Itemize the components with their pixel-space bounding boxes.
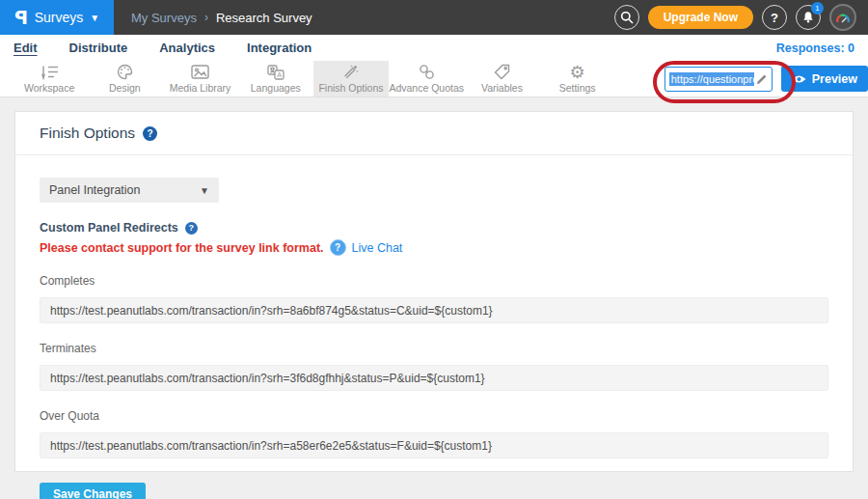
toolbar-item-advance-quotas[interactable]: Advance Quotas	[389, 61, 464, 97]
toolbar-item-variables[interactable]: Variables	[464, 61, 539, 97]
help-button[interactable]: ?	[762, 5, 787, 30]
survey-url-input[interactable]: https://questionpro.com/t/A	[665, 67, 773, 92]
question-mark-icon: ?	[771, 11, 778, 25]
search-icon	[620, 11, 634, 24]
completes-url-input[interactable]	[40, 297, 828, 323]
toolbar-item-workspace[interactable]: Workspace	[12, 61, 87, 97]
chevron-down-icon: ▼	[200, 185, 209, 196]
edit-pencil-icon[interactable]	[756, 73, 768, 85]
magic-wand-icon	[342, 64, 359, 80]
page-title: Finish Options	[40, 125, 135, 142]
breadcrumb: My Surveys › Research Survey	[131, 0, 312, 35]
completes-field-group: Completes	[40, 274, 828, 323]
completes-label: Completes	[40, 274, 828, 288]
notifications-button[interactable]: 1	[796, 5, 821, 30]
topbar-actions: Upgrade Now ? 1	[614, 0, 868, 35]
save-changes-button[interactable]: Save Changes	[40, 483, 146, 499]
eye-icon	[792, 74, 806, 84]
survey-nav: Edit Distribute Analytics Integration Re…	[0, 35, 868, 61]
gauge-avatar-icon	[835, 12, 851, 24]
toolbar-item-finish-options[interactable]: Finish Options	[313, 61, 389, 97]
workspace-icon	[40, 64, 59, 80]
nav-tab-integration[interactable]: Integration	[247, 41, 312, 55]
card-body: Panel Integration ▼ Custom Panel Redirec…	[15, 155, 853, 499]
toolbar-item-languages[interactable]: A Languages	[238, 61, 313, 97]
warning-text: Please contact support for the survey li…	[40, 241, 324, 255]
toolbar-item-design[interactable]: Design	[87, 61, 162, 97]
finish-options-card: Finish Options ? Panel Integration ▼ Cus…	[14, 111, 854, 472]
over-quota-field-group: Over Quota	[40, 409, 828, 458]
nav-tab-edit[interactable]: Edit	[14, 41, 38, 55]
toolbar-item-settings[interactable]: ⚙ Settings	[540, 61, 615, 97]
breadcrumb-my-surveys[interactable]: My Surveys	[131, 11, 197, 25]
live-chat-link[interactable]: Live Chat	[352, 241, 403, 255]
custom-panel-redirects-row: Custom Panel Redirects ?	[40, 221, 828, 235]
tag-icon	[494, 64, 510, 80]
toolbar-item-media-library[interactable]: Media Library	[162, 61, 237, 97]
terminates-field-group: Terminates	[40, 342, 828, 391]
svg-text:A: A	[277, 71, 282, 78]
terminates-label: Terminates	[40, 342, 828, 355]
card-header: Finish Options ?	[15, 112, 853, 155]
support-warning-row: Please contact support for the survey li…	[40, 239, 828, 256]
notification-count-badge: 1	[811, 2, 824, 14]
survey-url-area: https://questionpro.com/t/A	[665, 67, 773, 92]
user-avatar[interactable]	[829, 4, 856, 31]
chevron-down-icon: ▼	[90, 13, 99, 23]
custom-redirects-help-icon[interactable]: ?	[185, 222, 198, 235]
product-switcher[interactable]: P Surveys ▼	[0, 0, 114, 35]
over-quota-url-input[interactable]	[40, 432, 828, 458]
responses-count[interactable]: Responses: 0	[776, 42, 854, 55]
section-title: Custom Panel Redirects	[40, 221, 178, 235]
translate-icon: A	[267, 64, 285, 80]
search-button[interactable]	[614, 5, 639, 30]
image-icon	[191, 64, 209, 80]
breadcrumb-separator-icon: ›	[204, 11, 208, 24]
live-chat-icon[interactable]: ?	[330, 239, 346, 256]
preview-button[interactable]: Preview	[781, 66, 868, 92]
palette-icon	[117, 64, 133, 80]
nav-tab-analytics[interactable]: Analytics	[159, 41, 215, 55]
top-bar: P Surveys ▼ My Surveys › Research Survey…	[0, 0, 868, 35]
gear-icon: ⚙	[570, 64, 585, 80]
finish-options-help-icon[interactable]: ?	[143, 126, 157, 141]
questionpro-logo-icon: P	[14, 7, 28, 28]
breadcrumb-current-survey: Research Survey	[216, 11, 312, 25]
product-name: Surveys	[35, 10, 84, 25]
upgrade-now-button[interactable]: Upgrade Now	[648, 6, 753, 29]
nav-tab-distribute[interactable]: Distribute	[69, 41, 128, 55]
survey-url-selected-text: https://questionpro.com/t/A	[669, 72, 754, 86]
dropdown-selected-value: Panel Integration	[49, 183, 141, 197]
chain-link-icon	[419, 64, 435, 80]
edit-toolbar: Workspace Design Media Library	[0, 61, 868, 97]
over-quota-label: Over Quota	[40, 409, 828, 423]
panel-integration-dropdown[interactable]: Panel Integration ▼	[40, 178, 219, 203]
terminates-url-input[interactable]	[40, 365, 828, 391]
page-content: Finish Options ? Panel Integration ▼ Cus…	[0, 97, 868, 472]
